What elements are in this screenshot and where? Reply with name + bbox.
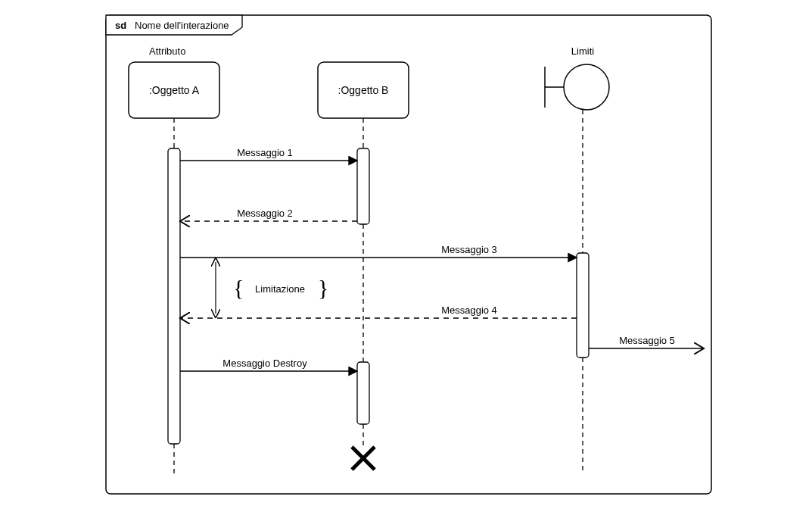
duration-constraint: { Limitazione } — [216, 262, 328, 314]
message-1-label: Messaggio 1 — [237, 147, 293, 158]
participant-c-label: Limiti — [571, 45, 594, 57]
activation-b2 — [357, 362, 369, 424]
participant-a-label: :Oggetto A — [149, 84, 200, 96]
frame-title: Nome dell'interazione — [135, 20, 229, 31]
participant-c-boundary-icon — [545, 64, 609, 110]
participant-a-caption: Attributo — [149, 45, 185, 57]
svg-point-0 — [564, 64, 609, 110]
svg-text:}: } — [318, 275, 328, 300]
message-3-label: Messaggio 3 — [441, 244, 497, 255]
activation-b1 — [357, 148, 369, 224]
message-4-label: Messaggio 4 — [441, 304, 497, 316]
svg-text:{: { — [233, 275, 244, 300]
sequence-diagram: sd Nome dell'interazione Attributo :Ogge… — [0, 0, 812, 509]
activation-c — [577, 253, 589, 358]
frame-header: sd Nome dell'interazione — [106, 15, 242, 35]
message-5-label: Messaggio 5 — [619, 335, 675, 346]
message-destroy-label: Messaggio Destroy — [222, 358, 307, 369]
constraint-label: Limitazione — [255, 283, 305, 295]
destroy-icon — [352, 447, 375, 470]
participant-b-label: :Oggetto B — [338, 84, 389, 96]
frame-tag: sd — [115, 20, 126, 31]
activation-a — [168, 148, 180, 444]
message-2-label: Messaggio 2 — [237, 208, 293, 219]
